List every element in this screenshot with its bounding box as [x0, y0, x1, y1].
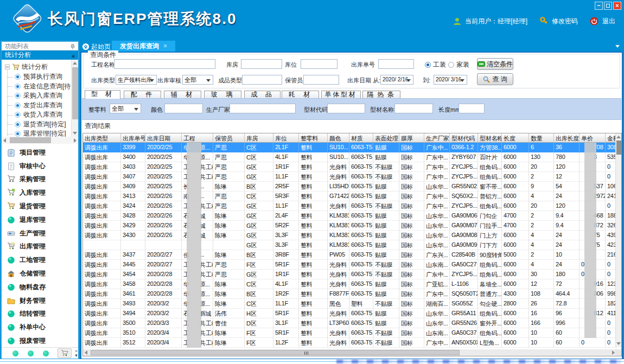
- material-tab[interactable]: 配件: [124, 91, 161, 98]
- green-dot-icon[interactable]: [28, 350, 34, 356]
- table-row[interactable]: 调拨出库34302020/2/26石城陈琳G区3L3F整料KLM38176063…: [83, 231, 617, 240]
- sidebar-section-财务管理[interactable]: 财务管理: [2, 294, 78, 308]
- material-tab[interactable]: 耗材: [282, 91, 319, 98]
- column-header[interactable]: 整零料: [299, 133, 328, 143]
- tree-vertical-scrollbar[interactable]: [71, 60, 78, 137]
- column-header[interactable]: 保管员: [213, 133, 245, 143]
- column-header[interactable]: 材质: [349, 133, 373, 143]
- table-row[interactable]: G区3L3F整料KLM38176063-T5贴膜国标山东华...GA90M09.…: [83, 240, 617, 250]
- sidebar-section-项目管理[interactable]: 项目管理: [2, 146, 78, 159]
- table-row[interactable]: 调拨出库34292020/2/26石城陈琳G区5R2F整料KLM38176063…: [83, 221, 617, 231]
- table-row[interactable]: 调拨出库34542020/2/28工共工程严思G区1R1F整料光身料6063-T…: [83, 270, 617, 279]
- tree-item[interactable]: 采购入库查询: [15, 92, 62, 100]
- sidebar-section-工地管理[interactable]: 工地管理: [2, 253, 78, 267]
- table-row[interactable]: 调拨出库34092020/2/25长...陈琳B区2R5F整料LI35HD606…: [83, 182, 617, 191]
- column-header[interactable]: 膜厚: [399, 133, 424, 143]
- table-row[interactable]: 调拨出库34942020/3/2石辉城汤伟H区5R1F整料光身料6063-T5贴…: [83, 309, 617, 318]
- out-type-combo[interactable]: 生产领料出库: [116, 75, 157, 85]
- keeper-input[interactable]: [303, 75, 339, 85]
- close-button[interactable]: ×: [613, 2, 621, 10]
- tree-horizontal-scrollbar[interactable]: [2, 137, 78, 144]
- tab-close-icon[interactable]: ×: [163, 42, 167, 50]
- sidebar-section-仓储管理[interactable]: 仓储管理: [2, 267, 78, 280]
- change-password-link[interactable]: 修改密码: [552, 17, 578, 26]
- table-row[interactable]: 调拨出库34452020/2/27工共工程严思F区5R1F整料光身料6063-T…: [83, 260, 617, 270]
- column-header[interactable]: 出库日期: [145, 133, 182, 143]
- column-header[interactable]: 单价: [580, 133, 606, 143]
- sidebar-group-header[interactable]: 统计分析«: [2, 50, 78, 60]
- tab-dropdown-icon[interactable]: [615, 45, 620, 48]
- tree-root[interactable]: 统计分析: [5, 62, 48, 71]
- table-row[interactable]: 调拨出库34582020/2/28华原...陈琳C区4L1F整料光身料6063-…: [83, 279, 617, 289]
- radio-industrial[interactable]: 工装: [425, 60, 446, 69]
- cart-button[interactable]: [58, 348, 72, 358]
- table-row[interactable]: 调拨出库34612020/2/28华原...陈琳B区1R2F整料F8877FT6…: [83, 289, 617, 299]
- column-header[interactable]: 表面处理: [373, 133, 399, 143]
- column-header[interactable]: 工程: [182, 133, 213, 143]
- column-header[interactable]: 型材名称: [478, 133, 502, 143]
- sidebar-section-报废管理[interactable]: 报废管理: [2, 334, 78, 348]
- material-tab[interactable]: 型材: [85, 90, 120, 99]
- tree-item[interactable]: 发货出库查询: [15, 101, 62, 110]
- material-tab[interactable]: 单体型材: [321, 91, 361, 98]
- green-dot-icon[interactable]: [12, 350, 18, 356]
- table-row[interactable]: 调拨出库35102020/3/4工共工程陈琳F区5R1F整料光身料6063-T5…: [83, 328, 617, 338]
- sidebar-section-结转管理[interactable]: 结转管理: [2, 308, 78, 321]
- column-header[interactable]: 出库单号: [121, 133, 145, 143]
- table-row[interactable]: 调拨出库34002020/2/25华原...严思C区4L1F整料SU10...6…: [83, 152, 617, 162]
- color-input[interactable]: [164, 104, 203, 113]
- order-no-input[interactable]: [378, 59, 414, 69]
- audit-combo[interactable]: 全部: [182, 75, 213, 85]
- tree-item[interactable]: 收货入库查询: [15, 111, 62, 119]
- radio-home[interactable]: 家装: [448, 60, 469, 69]
- column-header[interactable]: 生产厂家: [424, 133, 450, 143]
- material-tab[interactable]: 玻璃: [204, 91, 241, 98]
- sidebar-section-补单中心[interactable]: 补单中心: [2, 321, 78, 334]
- logout-link[interactable]: 退出: [602, 17, 615, 26]
- expander-icon[interactable]: [5, 65, 10, 69]
- overflow-chevron-icon[interactable]: »▾: [75, 349, 78, 357]
- whole-combo[interactable]: 全部: [110, 104, 141, 113]
- column-header[interactable]: 数量: [529, 133, 554, 143]
- sidebar-section-生产管理[interactable]: 生产管理: [2, 227, 78, 240]
- date-from-combo[interactable]: 2020/ 2/16: [380, 75, 413, 85]
- column-header[interactable]: 库房: [245, 133, 273, 143]
- table-row[interactable]: 调拨出库34932020/3/2华原...陈琳C区1L1F整料黑色塑料不贴膜国标…: [83, 299, 617, 309]
- name-input[interactable]: [394, 104, 433, 113]
- clear-button[interactable]: 清空条件: [477, 58, 513, 70]
- table-row[interactable]: 调拨出库34032020/2/25工共工程严思G区1R1F整料光身料6063-T…: [83, 162, 617, 172]
- material-tab[interactable]: 辅材: [164, 91, 201, 98]
- location-input[interactable]: [301, 59, 338, 69]
- sidebar-section-入库管理[interactable]: 入库管理: [2, 186, 78, 200]
- code-input[interactable]: [327, 104, 365, 113]
- column-header[interactable]: 出库长度: [554, 133, 580, 143]
- project-name-input[interactable]: [114, 59, 215, 69]
- column-header[interactable]: 库位: [273, 133, 299, 143]
- sidebar-section-退库管理[interactable]: 退库管理: [2, 213, 78, 227]
- maker-input[interactable]: [230, 104, 296, 113]
- tree-item[interactable]: 退货查询[待定]: [15, 120, 66, 129]
- tree-item[interactable]: 预算执行查询: [15, 73, 62, 81]
- minimize-button[interactable]: −: [595, 2, 603, 10]
- table-row[interactable]: 调拨出库34072020/2/25工共工程严思G区1L1F整料光身料6063-T…: [83, 172, 617, 182]
- tree-item[interactable]: 退库管理[待定]: [15, 130, 66, 137]
- product-type-input[interactable]: [242, 75, 282, 85]
- date-to-combo[interactable]: 2020/ 3/16: [434, 75, 467, 85]
- table-row[interactable]: 调拨出库33992020/2/25华原...严思C区2L1F整料SU10...6…: [83, 143, 617, 152]
- table-row[interactable]: 调拨出库34372020/2/27佛...陈琳B区3R8F整料PW056063-…: [83, 250, 617, 260]
- material-tab[interactable]: 隔热条: [362, 91, 400, 98]
- grid-horizontal-scrollbar[interactable]: [83, 349, 616, 356]
- table-row[interactable]: 调拨出库34282020/2/26石城陈琳G区2L4F整料KLM38176063…: [83, 211, 617, 221]
- sidebar-section-出库管理[interactable]: 出库管理: [2, 240, 78, 254]
- material-tab[interactable]: 成品: [244, 91, 281, 98]
- sidebar-section-采购管理[interactable]: 采购管理: [2, 173, 78, 187]
- column-header[interactable]: 颜色: [328, 133, 349, 143]
- column-header[interactable]: 型材代码: [450, 133, 478, 143]
- column-header[interactable]: 出库类型: [83, 133, 121, 143]
- tree-item[interactable]: 在途信息查询[待: [15, 82, 71, 91]
- sidebar-section-物料盘存[interactable]: 物料盘存: [2, 280, 78, 294]
- sidebar-section-审核中心[interactable]: 审核中心: [2, 159, 78, 173]
- sidebar-section-退货管理[interactable]: 退货管理: [2, 200, 78, 213]
- table-row[interactable]: 调拨出库34242020/2/26工共工程严思G区1L1F整料光身料6063-T…: [83, 201, 617, 211]
- length-input[interactable]: [459, 104, 485, 113]
